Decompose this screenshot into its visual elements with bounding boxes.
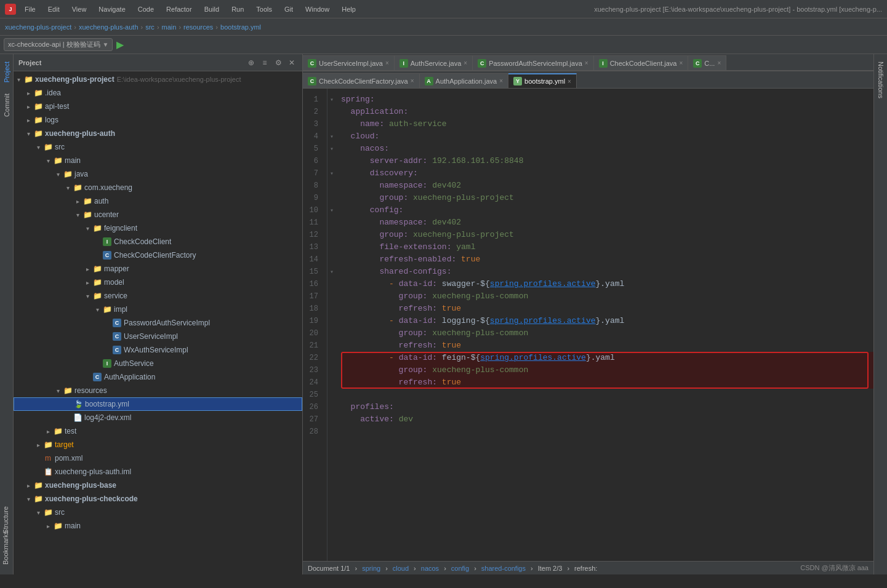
tree-arrow[interactable]: ▾	[53, 386, 63, 395]
tree-arrow[interactable]	[63, 399, 73, 409]
tree-item-ucenter[interactable]: ▾📁ucenter	[14, 208, 302, 221]
tree-arrow[interactable]	[33, 467, 43, 477]
tab-AuthApplication-java[interactable]: AAuthApplication.java×	[420, 73, 509, 88]
tab-close-btn[interactable]: ×	[717, 60, 721, 66]
tree-arrow[interactable]	[102, 318, 112, 328]
breadcrumb-part-3[interactable]: main	[162, 23, 177, 31]
tab-PasswordAuthServiceImpl-java[interactable]: CPasswordAuthServiceImpl.java×	[473, 55, 593, 70]
tree-item-test[interactable]: ▸📁test	[14, 424, 302, 438]
tree-item-pom.xml[interactable]: mpom.xml	[14, 451, 302, 465]
tree-item-AuthApplication[interactable]: CAuthApplication	[14, 370, 302, 384]
menu-item-build[interactable]: Build	[202, 4, 222, 14]
menu-item-window[interactable]: Window	[303, 4, 332, 14]
tree-item-auth[interactable]: ▾📁xuecheng-plus-auth	[14, 127, 302, 140]
menu-item-run[interactable]: Run	[229, 4, 246, 14]
tree-arrow[interactable]	[63, 413, 73, 423]
tree-item-logs[interactable]: ▸📁logs	[14, 113, 302, 127]
menu-item-view[interactable]: View	[70, 4, 89, 14]
tree-item-WxAuthServiceImpl[interactable]: CWxAuthServiceImpl	[14, 343, 302, 357]
code-content[interactable]: spring: application: name: auth-service …	[336, 89, 873, 561]
tree-item-java[interactable]: ▾📁java	[14, 167, 302, 181]
tree-item-service[interactable]: ▾📁service	[14, 289, 302, 303]
tree-arrow[interactable]: ▾	[14, 74, 23, 84]
tree-item-base[interactable]: ▸📁xuecheng-plus-base	[14, 479, 302, 492]
tree-arrow[interactable]: ▾	[53, 169, 63, 179]
tree-arrow[interactable]: ▸	[82, 277, 92, 287]
tree-item-bootstrap.yml[interactable]: 🍃bootstrap.yml	[14, 397, 302, 411]
tree-arrow[interactable]: ▸	[23, 88, 33, 98]
tree-item-api-test[interactable]: ▸📁api-test	[14, 100, 302, 113]
breadcrumb-part-2[interactable]: src	[145, 23, 155, 31]
tree-arrow[interactable]	[102, 332, 112, 341]
tree-item-auth-iml[interactable]: 📋xuecheng-plus-auth.iml	[14, 465, 302, 479]
menu-item-navigate[interactable]: Navigate	[96, 4, 127, 14]
tree-arrow[interactable]: ▸	[33, 440, 43, 450]
tree-item-model[interactable]: ▸📁model	[14, 276, 302, 289]
tree-arrow[interactable]: ▸	[73, 196, 82, 206]
tree-item-idea[interactable]: ▸📁.idea	[14, 86, 302, 100]
tree-item-PasswordAuthServiceImpl[interactable]: CPasswordAuthServiceImpl	[14, 316, 302, 330]
tree-arrow[interactable]	[92, 359, 102, 368]
panel-close-btn[interactable]: ✕	[286, 57, 297, 68]
breadcrumb-part-5[interactable]: bootstrap.yml	[220, 23, 261, 31]
tab-CheckCodeClientFactory-java[interactable]: CCheckCodeClientFactory.java×	[303, 73, 420, 88]
tree-item-main[interactable]: ▾📁main	[14, 154, 302, 167]
menu-item-help[interactable]: Help	[339, 4, 358, 14]
tab-close-btn[interactable]: ×	[464, 60, 467, 66]
tab-UserServiceImpl-java[interactable]: CUserServiceImpl.java×	[303, 55, 395, 70]
menu-item-tools[interactable]: Tools	[254, 4, 275, 14]
tab-bootstrap-yml[interactable]: Ybootstrap.yml×	[508, 73, 577, 88]
menu-item-file[interactable]: File	[22, 4, 38, 14]
tree-item-CheckCodeClient[interactable]: ICheckCodeClient	[14, 235, 302, 248]
tree-arrow[interactable]: ▾	[43, 156, 53, 165]
tree-item-UserServiceImpl[interactable]: CUserServiceImpl	[14, 330, 302, 343]
tab-close-btn[interactable]: ×	[499, 77, 503, 84]
tree-arrow[interactable]: ▸	[23, 115, 33, 125]
tree-arrow[interactable]: ▾	[33, 507, 43, 517]
status-spring-link[interactable]: spring	[362, 565, 380, 572]
breadcrumb-part-4[interactable]: resources	[183, 23, 213, 31]
menu-item-code[interactable]: Code	[135, 4, 156, 14]
tree-item-checkcode[interactable]: ▾📁xuecheng-plus-checkcode	[14, 492, 302, 506]
tree-arrow[interactable]: ▾	[73, 210, 82, 220]
tree-arrow[interactable]	[102, 345, 112, 355]
tab-C---[interactable]: CC...×	[688, 55, 726, 70]
tree-item-mapper[interactable]: ▸📁mapper	[14, 262, 302, 276]
tree-arrow[interactable]: ▸	[43, 426, 53, 436]
breadcrumb-part-1[interactable]: xuecheng-plus-auth	[79, 23, 138, 31]
status-sharedconfigs-link[interactable]: shared-configs	[481, 565, 526, 572]
tab-close-btn[interactable]: ×	[385, 60, 389, 66]
tree-item-feignclient[interactable]: ▾📁feignclient	[14, 221, 302, 235]
tree-item-com[interactable]: ▾📁com.xuecheng	[14, 181, 302, 194]
run-config-selector[interactable]: xc-checkcode-api | 校验验证码 ▼	[4, 38, 113, 51]
right-tab-notifications[interactable]: Notifications	[875, 57, 886, 103]
tab-AuthService-java[interactable]: IAuthService.java×	[395, 55, 473, 70]
sidebar-tab-commit[interactable]: Commit	[1, 89, 12, 122]
menu-item-refactor[interactable]: Refactor	[164, 4, 195, 14]
menu-item-edit[interactable]: Edit	[46, 4, 62, 14]
tree-item-auth-pkg[interactable]: ▸📁auth	[14, 194, 302, 208]
tree-item-log4j2-dev.xml[interactable]: 📄log4j2-dev.xml	[14, 411, 302, 424]
sidebar-tab-bookmarks[interactable]: Bookmarks	[0, 526, 11, 570]
run-button[interactable]: ▶	[116, 39, 124, 50]
tree-item-checkcode-src[interactable]: ▾📁src	[14, 506, 302, 519]
tree-arrow[interactable]	[92, 250, 102, 260]
tree-arrow[interactable]: ▾	[82, 291, 92, 301]
tree-arrow[interactable]: ▸	[82, 264, 92, 274]
tree-arrow[interactable]: ▾	[23, 129, 33, 138]
tab-close-btn[interactable]: ×	[411, 77, 414, 84]
status-nacos-link[interactable]: nacos	[421, 565, 439, 572]
tree-item-src[interactable]: ▾📁src	[14, 140, 302, 154]
tree-item-root[interactable]: ▾📁xuecheng-plus-projectE:\idea-workspace…	[14, 73, 302, 86]
tab-close-btn[interactable]: ×	[568, 78, 571, 85]
status-cloud-link[interactable]: cloud	[393, 565, 409, 572]
sidebar-tab-project[interactable]: Project	[1, 57, 12, 87]
tree-arrow[interactable]: ▸	[43, 521, 53, 531]
tree-arrow[interactable]: ▾	[63, 183, 73, 193]
status-config-link[interactable]: config	[451, 565, 469, 572]
tree-arrow[interactable]: ▸	[23, 101, 33, 111]
tab-close-btn[interactable]: ×	[585, 60, 588, 66]
panel-add-btn[interactable]: ⊕	[246, 57, 257, 68]
menu-item-git[interactable]: Git	[282, 4, 295, 14]
tree-item-resources[interactable]: ▾📁resources	[14, 384, 302, 397]
